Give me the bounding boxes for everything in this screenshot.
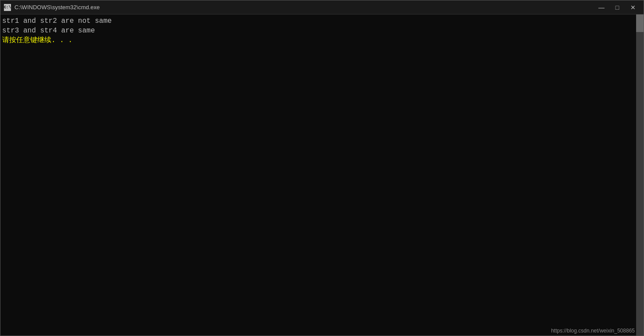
close-button[interactable]: ✕: [626, 2, 640, 13]
window-controls: — □ ✕: [594, 2, 640, 13]
content-area: str1 and str2 are not same str3 and str4…: [0, 14, 644, 336]
window-title: C:\WINDOWS\system32\cmd.exe: [14, 4, 594, 11]
terminal-line-2: str3 and str4 are same: [2, 26, 634, 36]
terminal-body[interactable]: str1 and str2 are not same str3 and str4…: [0, 14, 636, 336]
scrollbar[interactable]: [636, 14, 644, 336]
terminal-line-1: str1 and str2 are not same: [2, 16, 634, 26]
maximize-button[interactable]: □: [610, 2, 624, 13]
cmd-window: C:\ C:\WINDOWS\system32\cmd.exe — □ ✕ st…: [0, 0, 644, 336]
scrollbar-thumb[interactable]: [636, 14, 644, 32]
watermark: https://blog.csdn.net/weixin_508865: [551, 328, 635, 334]
window-icon: C:\: [4, 4, 11, 11]
title-bar: C:\ C:\WINDOWS\system32\cmd.exe — □ ✕: [0, 0, 644, 14]
terminal-line-3: 请按任意键继续. . .: [2, 36, 634, 45]
minimize-button[interactable]: —: [594, 2, 608, 13]
